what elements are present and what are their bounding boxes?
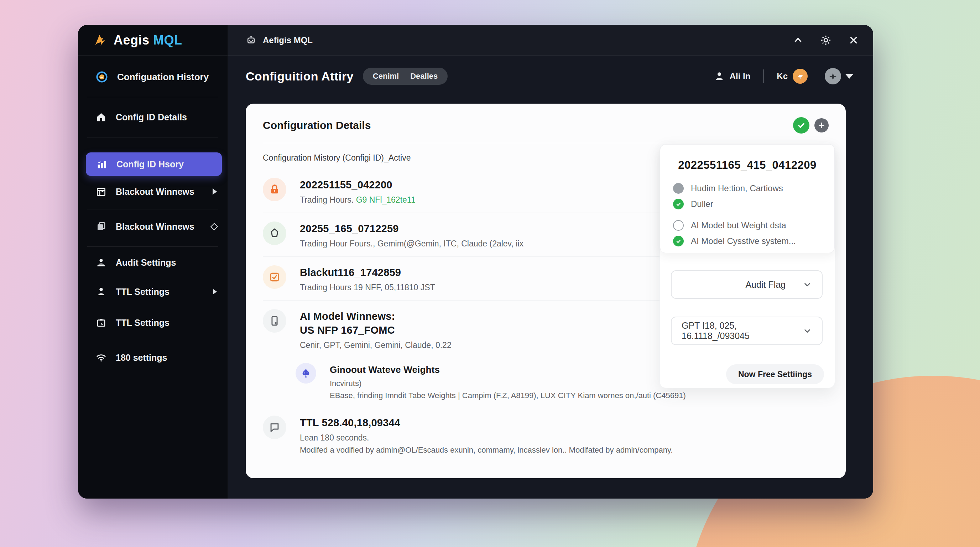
sidebar-divider: [87, 97, 218, 97]
card-header: Configuration Details: [263, 117, 829, 134]
history-avatar-icon: [96, 71, 108, 83]
card-title: Configuration Details: [263, 119, 371, 131]
page-title: Configuition Attiry: [246, 70, 353, 83]
sidebar-item-label: Config ID Details: [116, 112, 187, 122]
lock-icon: [263, 178, 286, 201]
user-menu[interactable]: Ali In: [714, 71, 751, 81]
sidebar-item-ttl-settings-2[interactable]: TTL Settings: [78, 311, 228, 334]
folder-copy-icon: [96, 221, 107, 232]
status-dot-neutral: [673, 183, 684, 194]
header-badges[interactable]: Ceniml Dealles: [363, 68, 448, 85]
audit-flag-value: Audit Flag: [745, 280, 786, 290]
item-title-line2: US NFP 167_FOMC: [300, 324, 452, 336]
card-divider: [263, 143, 829, 143]
settings-gear-icon[interactable]: [820, 34, 832, 46]
sidebar-item-audit-settings[interactable]: Audit Settings: [78, 251, 228, 274]
sidebar-item-blackout-winnews-1[interactable]: Blackout Winnews: [78, 180, 228, 203]
panel-title: 2022551165_415_0412209: [673, 159, 821, 172]
sidebar-item-configuation-history[interactable]: Configuation History: [78, 65, 228, 88]
pentagon-icon: [263, 221, 286, 245]
sidebar-item-config-id-hsory[interactable]: Config ID Hsory: [86, 153, 222, 176]
app-window: Aegis MQL Configuation History Config ID…: [78, 25, 873, 499]
chevron-down-icon: [803, 326, 812, 336]
sidebar-item-config-id-details[interactable]: Config ID Details: [78, 106, 228, 129]
now-free-settings-button[interactable]: Now Free Settiings: [726, 364, 824, 384]
sidebar-divider: [87, 246, 218, 247]
add-button[interactable]: [815, 118, 829, 132]
badge-dealles[interactable]: Dealles: [410, 72, 438, 81]
status-row[interactable]: AI Model Cysstive system...: [673, 236, 821, 246]
status-row[interactable]: AI Model but Weight dsta: [673, 220, 821, 231]
list-item[interactable]: TTL 528.40,18,09344 Lean 180 seconds. Mo…: [263, 407, 829, 463]
app-icon: [246, 35, 256, 46]
confirm-button[interactable]: [793, 117, 810, 134]
spade-icon: [296, 363, 316, 383]
status-label: AI Model but Weight dsta: [691, 221, 786, 231]
sidebar-item-label: Configuation History: [117, 72, 209, 83]
sidebar-item-ttl-settings-1[interactable]: TTL Settings: [78, 280, 228, 303]
item-title: AI Model Winnews:: [300, 310, 452, 322]
audit-person-icon: [96, 257, 107, 268]
sidebar-item-180-settings[interactable]: 180 settings: [78, 346, 228, 369]
header-right: Ali In Kc: [714, 68, 853, 84]
comment-icon: [263, 416, 286, 439]
diamond-icon: [212, 224, 217, 229]
user-icon: [714, 71, 725, 81]
item-subtitle: Incviruts): [330, 379, 686, 388]
sidebar-item-label: TTL Settings: [116, 318, 170, 328]
item-subtitle: Trading Hours.: [300, 195, 356, 204]
app-brand-text: Aegis MQL: [114, 33, 182, 48]
checkbox-icon: [263, 265, 286, 289]
status-row[interactable]: Hudim He:tion, Cartiows: [673, 183, 821, 194]
status-row[interactable]: Duller: [673, 199, 821, 209]
app-logo: Aegis MQL: [78, 25, 228, 56]
close-icon[interactable]: [848, 35, 859, 46]
item-title: 202251155_042200: [300, 179, 415, 191]
chevron-down-icon: [845, 74, 853, 79]
card-actions: [793, 117, 829, 134]
sidebar-item-label: TTL Settings: [116, 287, 170, 297]
page-header: Configuition Attiry Ceniml Dealles Ali I…: [228, 56, 873, 97]
account-switcher[interactable]: Kc: [777, 69, 808, 84]
main-area: Configuition Attiry Ceniml Dealles Ali I…: [228, 56, 873, 499]
status-label: AI Model Cysstive system...: [691, 236, 796, 246]
badge-ceniml[interactable]: Ceniml: [373, 72, 399, 81]
device-icon: [263, 309, 286, 332]
titlebar-title: Aefigis MQL: [263, 35, 313, 45]
model-select[interactable]: GPT I18, 025, 16.1118_/093045: [671, 316, 822, 345]
sidebar-nav: Configuation History Config ID Details C…: [78, 56, 228, 499]
profile-menu[interactable]: [825, 68, 853, 84]
profile-avatar[interactable]: [825, 68, 841, 84]
sidebar-item-blackout-winnews-2[interactable]: Blackout Winnews: [78, 215, 228, 238]
collapse-icon[interactable]: [793, 35, 803, 46]
avatar[interactable]: [793, 69, 808, 84]
sidebar-item-label: Audit Settings: [116, 258, 176, 268]
item-title: TTL 528.40,18,09344: [300, 417, 673, 429]
calendar-icon: [96, 186, 107, 197]
item-subtitle-2: EBase, frinding Imndit Tabe Weights | Ca…: [330, 391, 686, 400]
status-label: Duller: [691, 199, 713, 209]
caret-right-icon: [213, 289, 217, 294]
configuration-details-card: Configuration Details Configuration Mist…: [246, 103, 846, 478]
item-subtitle-2: Modifed a vodified by admin@OL/Escauds e…: [300, 445, 673, 455]
item-title: Ginoout Wateve Weights: [330, 364, 686, 375]
home-icon: [96, 112, 107, 122]
sidebar-item-label: 180 settings: [116, 353, 167, 363]
sidebar-divider: [87, 137, 218, 137]
audit-flag-select[interactable]: Audit Flag: [671, 270, 822, 299]
window-controls: [793, 34, 859, 46]
item-subtitle-link[interactable]: G9 NFl_162te11: [356, 195, 415, 204]
status-check-icon: [673, 236, 684, 246]
item-subtitle: Trading Hour Fours., Gemim(@Gemin, ITC, …: [300, 239, 523, 248]
content-area: Configuration Details Configuration Mist…: [228, 97, 873, 499]
sidebar: Aegis MQL Configuation History Config ID…: [78, 25, 228, 499]
detail-side-panel: 2022551165_415_0412209 Hudim He:tion, Ca…: [660, 144, 835, 388]
header-divider: [763, 70, 764, 83]
caret-right-icon: [213, 188, 217, 195]
user-name: Ali In: [730, 71, 751, 81]
chevron-down-icon: [803, 280, 812, 289]
sidebar-item-label: Config ID Hsory: [116, 159, 184, 170]
sidebar-item-label: Blackout Winnews: [116, 187, 194, 197]
account-short: Kc: [777, 71, 788, 81]
item-subtitle: Trading Hours 19 NFF, 05,11810 JST: [300, 283, 435, 293]
